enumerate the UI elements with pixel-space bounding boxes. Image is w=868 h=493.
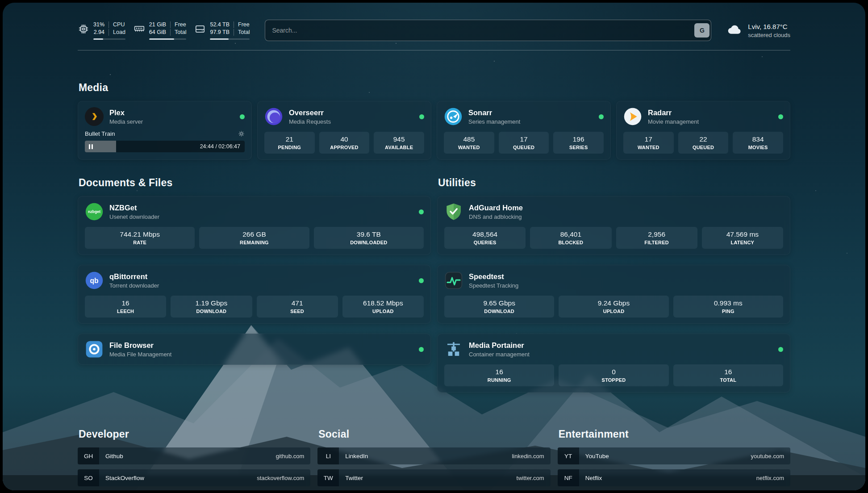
stat-label: WANTED bbox=[626, 145, 671, 150]
app-subtitle: Series management bbox=[468, 118, 520, 125]
stat-value: 0 bbox=[561, 368, 666, 376]
bookmark-linkedin[interactable]: LI LinkedIn linkedin.com bbox=[317, 447, 550, 464]
section-title-entertainment: Entertainment bbox=[559, 428, 790, 440]
system-metrics: 31% CPU 2.94 Load 21 GiB bbox=[78, 21, 250, 40]
bookmark-twitter[interactable]: TW Twitter twitter.com bbox=[317, 469, 550, 486]
stat-value: 21 bbox=[267, 135, 312, 143]
bookmark-github[interactable]: GH Github github.com bbox=[78, 447, 310, 464]
radarr-icon bbox=[623, 107, 642, 126]
stat-label: UPLOAD bbox=[345, 309, 421, 314]
stat-label: STOPPED bbox=[561, 377, 666, 383]
ram-free-value: 21 GiB bbox=[149, 21, 170, 28]
bookmark-name: Twitter bbox=[345, 475, 363, 481]
overseerr-icon bbox=[264, 107, 283, 126]
app-name: Plex bbox=[109, 109, 143, 117]
section-title-social: Social bbox=[318, 428, 550, 440]
stat-value: 47.569 ms bbox=[705, 230, 780, 238]
header-divider bbox=[78, 50, 790, 50]
app-card-qbittorrent[interactable]: qb qBittorrent Torrent downloader 16LEEC… bbox=[78, 265, 431, 324]
app-card-overseerr[interactable]: Overseerr Media Requests 21PENDING 40APP… bbox=[257, 101, 431, 160]
ram-total-label: Total bbox=[170, 29, 186, 36]
bookmark-stackoverflow[interactable]: SO StackOverflow stackoverflow.com bbox=[78, 469, 310, 486]
bookmark-abbr: YT bbox=[558, 447, 579, 464]
memory-icon bbox=[134, 23, 145, 35]
bookmark-youtube[interactable]: YT YouTube youtube.com bbox=[558, 447, 790, 464]
stat-label: UPLOAD bbox=[561, 309, 666, 314]
speedtest-icon bbox=[444, 271, 463, 290]
status-dot bbox=[419, 278, 424, 283]
playback-time: 24:44 / 02:06:47 bbox=[200, 143, 240, 150]
app-card-nzbget[interactable]: nzbget NZBGet Usenet downloader 744.21 M… bbox=[78, 196, 431, 255]
disk-free-value: 52.4 TB bbox=[210, 21, 234, 28]
bookmark-netflix[interactable]: NF Netflix netflix.com bbox=[558, 469, 790, 486]
bookmark-abbr: TW bbox=[317, 469, 339, 486]
app-name: Speedtest bbox=[469, 272, 518, 281]
adguard-icon bbox=[444, 202, 463, 221]
svg-text:qb: qb bbox=[90, 277, 98, 284]
app-card-radarr[interactable]: Radarr Movie management 17WANTED 22QUEUE… bbox=[616, 101, 790, 160]
stat-value: 498,564 bbox=[447, 230, 523, 238]
app-card-sonarr[interactable]: Sonarr Series management 485WANTED 17QUE… bbox=[437, 101, 611, 160]
section-developer: Developer GH Github github.com SO StackO… bbox=[78, 428, 310, 490]
ram-free-label: Free bbox=[170, 21, 186, 28]
stat-box: 945AVAILABLE bbox=[374, 132, 424, 154]
search-input[interactable] bbox=[267, 27, 694, 34]
stat-value: 9.65 Gbps bbox=[447, 299, 551, 307]
app-card-portainer[interactable]: Media Portainer Container management 16R… bbox=[437, 334, 790, 393]
settings-gear-icon[interactable] bbox=[238, 130, 245, 137]
stat-box: 39.6 TBDOWNLOADED bbox=[314, 227, 424, 249]
bookmark-abbr: NF bbox=[558, 469, 579, 486]
weather-location: Lviv, 16.87°C bbox=[748, 23, 790, 30]
app-subtitle: Speedtest Tracking bbox=[469, 282, 518, 289]
stat-box: 471SEED bbox=[257, 296, 338, 318]
section-title-documents: Documents & Files bbox=[79, 177, 431, 189]
stat-box: 2,956FILTERED bbox=[616, 227, 697, 249]
stat-box: 17QUEUED bbox=[499, 132, 549, 154]
bookmark-name: Netflix bbox=[585, 475, 602, 481]
disk-total-value: 97.9 TB bbox=[210, 29, 234, 36]
disk-free-label: Free bbox=[234, 21, 250, 28]
stat-box: 16RUNNING bbox=[444, 364, 554, 386]
stat-value: 834 bbox=[735, 135, 780, 143]
stat-value: 17 bbox=[626, 135, 671, 143]
stat-value: 22 bbox=[681, 135, 726, 143]
app-subtitle: Movie management bbox=[648, 118, 699, 125]
stat-label: TOTAL bbox=[676, 377, 780, 383]
filebrowser-icon bbox=[85, 340, 104, 359]
stat-label: APPROVED bbox=[322, 145, 367, 150]
stat-box: 16LEECH bbox=[85, 296, 166, 318]
stat-label: SERIES bbox=[556, 145, 601, 150]
stat-label: PING bbox=[676, 309, 780, 314]
stat-value: 39.6 TB bbox=[317, 230, 421, 238]
cpu-load-value: 2.94 bbox=[93, 29, 108, 36]
stat-label: DOWNLOADED bbox=[317, 240, 421, 245]
stat-box: 16TOTAL bbox=[673, 364, 783, 386]
stat-box: 0.993 msPING bbox=[673, 296, 783, 318]
app-card-plex[interactable]: Plex Media server Bullet Train bbox=[78, 101, 252, 160]
bookmark-name: YouTube bbox=[585, 453, 609, 460]
stat-box: 86,401BLOCKED bbox=[530, 227, 611, 249]
cpu-metric: 31% CPU 2.94 Load bbox=[78, 21, 125, 40]
stat-label: FILTERED bbox=[619, 240, 695, 245]
starfield-decoration bbox=[3, 3, 4, 4]
stat-box: 47.569 msLATENCY bbox=[702, 227, 783, 249]
stat-label: DOWNLOAD bbox=[447, 309, 551, 314]
search-engine-button[interactable]: G bbox=[694, 23, 709, 38]
stat-box: 9.24 GbpsUPLOAD bbox=[559, 296, 668, 318]
stat-value: 744.21 Mbps bbox=[88, 230, 192, 238]
stat-label: LATENCY bbox=[705, 240, 780, 245]
stat-box: 834MOVIES bbox=[733, 132, 783, 154]
app-card-adguard[interactable]: AdGuard Home DNS and adblocking 498,564Q… bbox=[437, 196, 790, 255]
pause-icon[interactable] bbox=[89, 144, 93, 149]
app-card-speedtest[interactable]: Speedtest Speedtest Tracking 9.65 GbpsDO… bbox=[437, 265, 790, 324]
playback-progress-bar[interactable]: 24:44 / 02:06:47 bbox=[85, 141, 245, 152]
disk-usage-bar bbox=[210, 38, 250, 40]
app-subtitle: Media File Management bbox=[109, 351, 171, 358]
status-dot bbox=[419, 209, 424, 214]
storage-metric: 52.4 TB Free 97.9 TB Total bbox=[194, 21, 250, 40]
bookmark-abbr: LI bbox=[317, 447, 339, 464]
stat-box: 40APPROVED bbox=[319, 132, 370, 154]
weather-widget: Lviv, 16.87°C scattered clouds bbox=[726, 21, 790, 39]
cloud-icon bbox=[726, 21, 743, 39]
app-card-filebrowser[interactable]: File Browser Media File Management bbox=[78, 334, 431, 365]
